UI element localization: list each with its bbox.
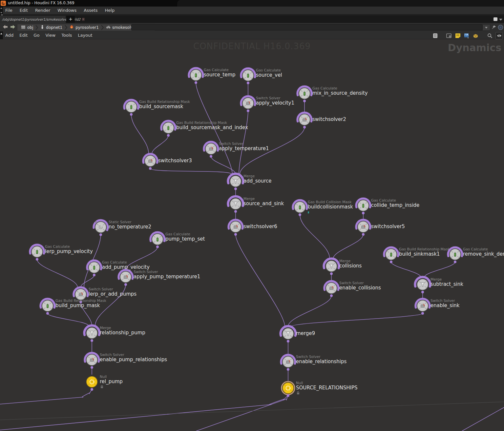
node-remove_sink_density[interactable]: Gas Calculateremove_sink_density <box>446 245 464 264</box>
node-build_sourcemask[interactable]: Gas Build Relationship Maskbuild_sourcem… <box>122 98 140 116</box>
node-switchsolver3[interactable]: switchsolver3 <box>141 152 159 170</box>
box-icon[interactable] <box>472 32 479 39</box>
node-body-icon <box>322 257 341 275</box>
node-name-label: lerp_pump_velocity <box>45 248 93 254</box>
node-switchsolver2[interactable]: switchsolver2 <box>295 110 314 129</box>
node-body-icon <box>291 198 309 216</box>
pane-maximize-icon[interactable] <box>494 17 497 21</box>
add-image-icon[interactable] <box>463 32 470 39</box>
node-source_vel[interactable]: Gas Calculatesource_vel <box>239 66 257 85</box>
node-build_sourcemask_and_index[interactable]: Gas Build Relationship Maskbuild_sourcem… <box>159 119 178 137</box>
node-source_temp[interactable]: Gas Calculatesource_temp <box>187 66 205 84</box>
breadcrumb-item-dopnet1[interactable]: dopnet1 <box>38 25 65 30</box>
houdini-logo-icon <box>1 1 6 6</box>
node-lerp_pump_velocity[interactable]: Gas Calculatelerp_pump_velocity <box>28 243 46 261</box>
node-body-icon <box>83 351 101 369</box>
menu-assets[interactable]: Assets <box>84 8 97 13</box>
node-apply_temperature1[interactable]: Switch Solverapply_temperature1 <box>202 140 220 158</box>
radial-menu-icon[interactable] <box>497 24 503 30</box>
node-body-icon <box>148 230 167 248</box>
node-body-icon <box>413 297 432 315</box>
main-menubar: FileEditRenderWindowsAssetsHelp <box>0 7 504 14</box>
node-buildcollisionmask[interactable]: Gas Build Collision Maskbuildcollisionma… <box>291 198 309 216</box>
network-menu-add[interactable]: Add <box>5 33 13 38</box>
sticky-note-icon[interactable] <box>454 32 461 39</box>
node-SOURCE_RELATIONSHIPS[interactable]: NullSOURCE_RELATIONSHIPS <box>279 379 297 397</box>
window-title: untitled.hip - Houdini FX 16.0.369 <box>8 1 74 5</box>
node-switchsolver5[interactable]: switchsolver5 <box>354 218 372 236</box>
pin-icon[interactable] <box>491 25 497 30</box>
node-relationship_pump[interactable]: Mergerelationship_pump <box>83 324 101 342</box>
node-apply_velocity1[interactable]: Switch Solverapply_velocity1 <box>239 94 257 112</box>
node-name-label: enable_relationships <box>296 359 346 364</box>
node-add_pump_velocity[interactable]: Gas Calculateadd_pump_velocity <box>85 258 103 277</box>
node-name-label: apply_pump_temperature1 <box>134 274 200 280</box>
node-enable_pump_relationships[interactable]: Switch Solverenable_pump_relationships <box>83 351 101 369</box>
network-menu-layout[interactable]: Layout <box>78 33 92 38</box>
node-name-label: merge9 <box>296 330 315 336</box>
node-rel_pump[interactable]: Nullrel_pump <box>83 373 101 391</box>
node-add_source[interactable]: Mergeadd_source <box>226 172 245 190</box>
path-combo-field[interactable] <box>131 24 482 30</box>
node-name-label: buildcollisionmask <box>308 204 353 210</box>
network-menu-tools[interactable]: Tools <box>61 33 72 38</box>
network-canvas[interactable]: CONFIDENTIAL H16.0.369 Dynamics Gas Calc… <box>0 39 504 431</box>
network-menu-view[interactable]: View <box>45 33 55 38</box>
wire-build_sinkmask1-to-subtract_sink <box>391 262 421 277</box>
node-name-label: build_pump_mask <box>55 303 100 308</box>
node-subtract_sink[interactable]: Mergesubtract_sink <box>413 275 432 294</box>
node-no_temperature2[interactable]: Static Solverno_temperature2 <box>92 218 110 236</box>
node-name-label: switchsolver6 <box>243 224 277 229</box>
node-merge9[interactable]: merge9 <box>279 324 297 343</box>
search-icon[interactable] <box>487 32 493 39</box>
node-build_pump_mask[interactable]: Gas Build Relationship Maskbuild_pump_ma… <box>38 297 57 315</box>
node-build_sinkmask1[interactable]: Gas Build Relationship Maskbuild_sinkmas… <box>382 245 400 264</box>
back-arrow-icon[interactable] <box>2 24 8 29</box>
tab-network-path[interactable]: /obj/dopnet1/pyrosolver1/smokesolver_bui… <box>0 16 66 23</box>
node-apply_pump_temperature1[interactable]: Switch Solverapply_pump_temperature1 <box>116 268 135 286</box>
network-menu-edit[interactable]: Edit <box>19 33 28 38</box>
node-body-icon <box>295 84 314 103</box>
left-edge-strip[interactable] <box>0 7 3 14</box>
dropdown-arrow-icon <box>485 27 488 29</box>
node-name-label: mix_in_source_density <box>312 90 368 96</box>
window-tile-icon[interactable] <box>446 32 452 39</box>
node-body-icon <box>187 66 205 84</box>
node-collide_temp_inside[interactable]: Gas Calculatecollide_temp_inside <box>354 196 372 215</box>
source-relationships-out-down <box>196 395 288 431</box>
menu-edit[interactable]: Edit <box>20 8 28 13</box>
forward-arrow-icon[interactable] <box>10 24 16 29</box>
node-collisions[interactable]: Mergecollisions <box>322 257 341 275</box>
node-source_and_sink[interactable]: Mergesource_and_sink <box>226 195 245 213</box>
new-tab-button[interactable]: + <box>66 16 75 23</box>
node-switchsolver6[interactable]: switchsolver6 <box>226 218 245 236</box>
wire-switchsolver5-to-collisions <box>333 234 363 259</box>
network-tabstrip: /obj/dopnet1/pyrosolver1/smokesolver_bui… <box>0 16 504 23</box>
node-name-label: enable_sink <box>430 303 460 308</box>
wire-switchsolver6-to-merge9 <box>236 234 285 326</box>
node-body-icon <box>202 140 220 158</box>
node-name-label: build_sinkmask1 <box>399 251 440 257</box>
node-name-label: subtract_sink <box>430 281 463 287</box>
node-mix_in_source_density[interactable]: Gas Calculatemix_in_source_density <box>295 84 314 103</box>
menu-windows[interactable]: Windows <box>57 8 76 13</box>
menu-help[interactable]: Help <box>105 8 115 13</box>
node-enable_sink[interactable]: Switch Solverenable_sink <box>413 297 432 315</box>
network-menu-go[interactable]: Go <box>33 33 39 38</box>
path-combo-dropdown[interactable] <box>482 24 490 31</box>
list-icon[interactable] <box>432 32 438 39</box>
breadcrumb-item-pyrosolver1[interactable]: pyrosolver1 <box>67 25 101 30</box>
wire-enable_sink-to-merge9 <box>291 313 423 326</box>
menu-render[interactable]: Render <box>35 8 50 13</box>
visibility-icon[interactable] <box>495 32 503 39</box>
tab-close-icon[interactable]: × <box>82 18 85 21</box>
network-left-strip[interactable] <box>0 31 3 39</box>
menu-file[interactable]: File <box>5 8 12 13</box>
node-body-icon <box>159 119 178 137</box>
breadcrumb-item-obj[interactable]: obj <box>19 25 35 30</box>
lock-icon <box>297 391 300 395</box>
pane-menu-arrow-icon[interactable] <box>499 19 502 21</box>
node-enable_relationships[interactable]: Switch Solverenable_relationships <box>279 353 297 371</box>
node-pump_temp_set[interactable]: Gas Calculatepump_temp_set <box>148 230 167 248</box>
node-enable_collisions[interactable]: Switch Solverenable_collisions <box>322 279 341 297</box>
